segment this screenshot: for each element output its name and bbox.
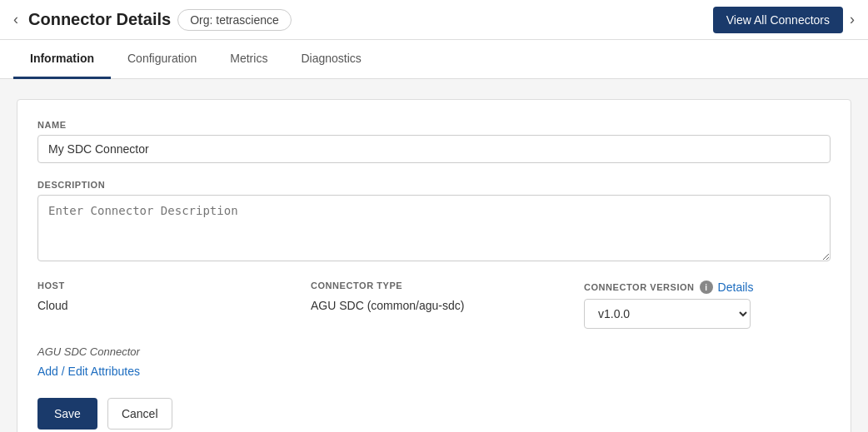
view-all-connectors-button[interactable]: View All Connectors [713,7,843,33]
main-content: NAME DESCRIPTION HOST Cloud CONNECTOR TY… [0,79,868,432]
description-field-group: DESCRIPTION [37,180,831,264]
connector-version-select[interactable]: v1.0.0 v1.1.0 v1.2.0 [584,299,751,329]
page-title: Connector Details [28,10,171,29]
host-field-col: HOST Cloud [37,281,284,312]
agu-connector-label: AGU SDC Connector [37,345,831,358]
description-label: DESCRIPTION [37,180,831,190]
top-bar-right: View All Connectors › [713,7,855,33]
tab-configuration[interactable]: Configuration [111,40,213,79]
name-label: NAME [37,120,831,130]
host-label: HOST [37,281,284,290]
tab-metrics[interactable]: Metrics [213,40,284,79]
agu-label-group: AGU SDC Connector Add / Edit Attributes [37,345,831,378]
save-button[interactable]: Save [37,398,97,430]
connector-version-header: CONNECTOR VERSION i Details [584,281,831,294]
action-buttons: Save Cancel [37,398,831,430]
connector-type-label: CONNECTOR TYPE [311,281,557,290]
name-input[interactable] [37,135,831,163]
connector-type-value: AGU SDC (common/agu-sdc) [311,295,557,312]
connector-type-field-col: CONNECTOR TYPE AGU SDC (common/agu-sdc) [311,281,557,312]
connector-version-label: CONNECTOR VERSION [584,282,695,292]
tab-information[interactable]: Information [13,40,111,79]
host-value: Cloud [37,295,284,312]
back-arrow-icon[interactable]: ‹ [13,11,18,28]
cancel-button[interactable]: Cancel [107,398,172,430]
name-field-group: NAME [37,120,831,163]
add-edit-attributes-link[interactable]: Add / Edit Attributes [37,365,140,378]
form-card: NAME DESCRIPTION HOST Cloud CONNECTOR TY… [17,99,851,432]
connector-version-field-col: CONNECTOR VERSION i Details v1.0.0 v1.1.… [584,281,831,329]
tab-diagnostics[interactable]: Diagnostics [284,40,377,79]
chevron-right-icon[interactable]: › [850,11,855,28]
row-fields: HOST Cloud CONNECTOR TYPE AGU SDC (commo… [37,281,831,329]
info-icon: i [700,281,713,294]
description-textarea[interactable] [37,195,831,261]
tabs-bar: Information Configuration Metrics Diagno… [0,40,868,79]
top-bar-left: ‹ Connector Details Org: tetrascience [13,9,292,31]
top-bar: ‹ Connector Details Org: tetrascience Vi… [0,0,868,40]
details-link[interactable]: Details [718,281,754,294]
org-badge: Org: tetrascience [177,9,292,31]
